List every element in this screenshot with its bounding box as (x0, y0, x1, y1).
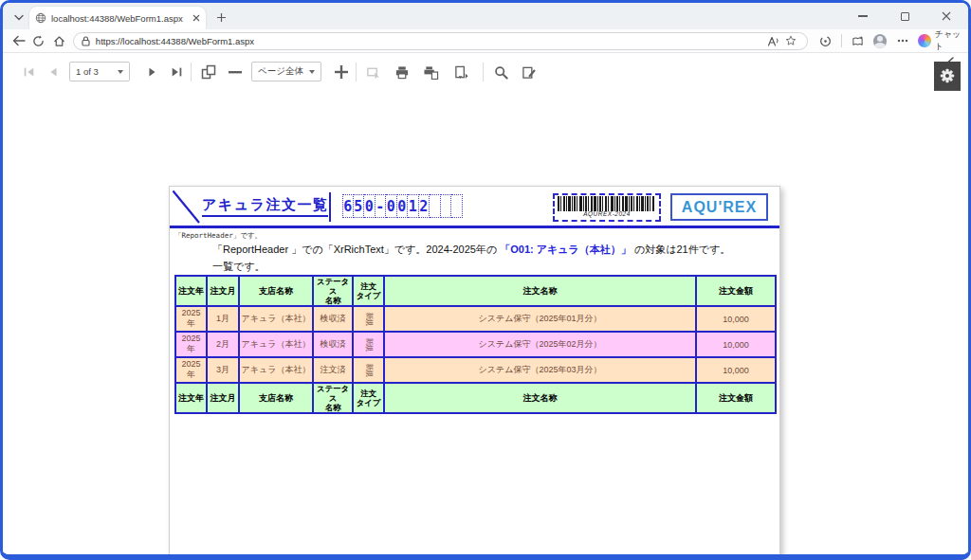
postal-char: 2 (419, 194, 431, 218)
back-icon[interactable] (9, 31, 28, 50)
list-note: 一覧です。 (212, 260, 266, 274)
globe-icon (35, 12, 46, 24)
postal-char: 0 (386, 194, 397, 218)
zoom-out-button[interactable] (225, 62, 246, 82)
diagonal-line-decoration (172, 190, 202, 225)
postal-char: 0 (364, 194, 376, 218)
parameters-gear-button[interactable] (934, 62, 961, 90)
header-order-name: 注文名称 (384, 383, 696, 413)
order-table: 注文年 注文月 支店名称 ステータス名称 注文タイプ 注文名称 注文金額 202… (174, 275, 777, 414)
cell-order-name: システム保守（2025年03月分） (384, 357, 696, 383)
highlight-editing-fields-button[interactable] (363, 62, 384, 82)
company-logo: AQU'REX (670, 193, 768, 221)
cell-order-type: 新規 (353, 306, 384, 332)
cell-order-amount: 10,000 (696, 306, 776, 332)
cell-order-month: 1月 (207, 306, 239, 332)
header-type-line2: タイプ (355, 398, 382, 407)
header-status-line1: ステータス (315, 277, 351, 296)
rich-text-highlight: 「O01: アキュラ（本社）」 (500, 244, 632, 255)
header-order-amount: 注文金額 (696, 276, 776, 306)
cell-order-month: 3月 (207, 357, 239, 383)
export-button[interactable] (449, 62, 477, 82)
rotated-type-text: 新規 (363, 313, 374, 326)
header-order-month: 注文月 (207, 276, 239, 306)
browser-tab[interactable]: localhost:44388/WebForm1.aspx (29, 7, 206, 29)
chevron-down-icon (118, 70, 123, 74)
maximize-button[interactable] (896, 8, 913, 25)
cell-branch-name: アキュラ（本社） (239, 306, 313, 332)
zoom-in-button[interactable] (331, 62, 352, 82)
new-tab-button[interactable] (213, 9, 229, 25)
header-branch-name: 支店名称 (239, 276, 313, 306)
browser-titlebar: localhost:44388/WebForm1.aspx (3, 3, 968, 29)
header-order-year: 注文年 (175, 276, 207, 306)
rich-text-pre: 「ReportHeader 」での「XrRichText」です。2024-202… (212, 244, 500, 255)
cell-status: 検収済 (313, 332, 353, 357)
header-type-line2: タイプ (355, 291, 382, 300)
report-header-note: 「ReportHeader」です。 (174, 231, 262, 241)
window-controls (854, 3, 962, 29)
browser-addressbar: https://localhost:44388/WebForm1.aspx (3, 29, 968, 53)
postal-char-empty (451, 194, 463, 218)
cell-order-type: 新規 (353, 332, 384, 357)
lock-icon (82, 36, 90, 46)
cell-branch-name: アキュラ（本社） (239, 357, 313, 383)
cell-status: 注文済 (313, 357, 353, 383)
cell-order-year: 2025年 (175, 357, 207, 383)
cell-order-amount: 10,000 (696, 357, 776, 383)
previous-page-button[interactable] (43, 62, 64, 82)
viewer-canvas: アキュラ注文一覧 6 5 0 - 0 0 1 2 (3, 91, 968, 554)
collections-icon[interactable] (848, 31, 868, 50)
header-order-amount: 注文金額 (696, 383, 776, 413)
zoom-level-dropdown[interactable]: ページ全体 (251, 62, 321, 81)
multipage-view-button[interactable] (198, 62, 219, 82)
url-text: https://localhost:44388/WebForm1.aspx (96, 36, 765, 46)
home-icon[interactable] (49, 31, 69, 50)
browser-essentials-icon[interactable] (815, 31, 835, 50)
url-bar[interactable]: https://localhost:44388/WebForm1.aspx (73, 32, 808, 50)
profile-avatar[interactable] (873, 34, 887, 48)
postal-code-field: 6 5 0 - 0 0 1 2 (342, 194, 463, 218)
first-page-button[interactable] (18, 62, 39, 82)
addressbar-right-icons: チャット (815, 28, 968, 53)
postal-char-empty (430, 194, 441, 218)
rich-text-line: 「ReportHeader 」での「XrRichText」です。2024-202… (212, 243, 730, 257)
table-footer-header-row: 注文年 注文月 支店名称 ステータス名称 注文タイプ 注文名称 注文金額 (175, 383, 776, 413)
refresh-icon[interactable] (28, 31, 48, 50)
search-button[interactable] (490, 62, 511, 82)
header-status-name: ステータス名称 (313, 276, 353, 306)
tab-close-icon[interactable] (192, 14, 200, 22)
edit-watermark-button[interactable] (519, 62, 540, 82)
header-rule (170, 226, 779, 228)
copilot-label: チャット (935, 28, 968, 53)
table-row: 2025年 1月 アキュラ（本社） 検収済 新規 システム保守（2025年01月… (175, 306, 776, 332)
cell-order-year: 2025年 (175, 306, 207, 332)
last-page-button[interactable] (166, 62, 187, 82)
more-icon[interactable] (892, 31, 912, 50)
print-page-button[interactable] (420, 62, 441, 82)
header-branch-name: 支店名称 (239, 383, 313, 413)
copilot-button[interactable]: チャット (918, 28, 968, 53)
favorite-star-icon[interactable] (782, 33, 799, 48)
logo-text: AQU'REX (682, 199, 757, 216)
page-indicator-dropdown[interactable]: 1 of 3 (69, 62, 130, 81)
report-viewer-toolbar: 1 of 3 ページ全体 (3, 53, 968, 91)
cell-branch-name: アキュラ（本社） (239, 332, 313, 357)
print-button[interactable] (392, 62, 412, 82)
tab-search-chevron-icon[interactable] (10, 9, 27, 26)
read-aloud-icon[interactable] (765, 33, 782, 48)
page-indicator-value: 1 of 3 (76, 66, 99, 77)
close-button[interactable] (938, 8, 955, 25)
header-status-line1: ステータス (315, 384, 351, 403)
next-page-button[interactable] (141, 62, 162, 82)
header-type-line1: 注文 (355, 281, 382, 291)
toolbar-separator (191, 63, 192, 81)
cell-order-year: 2025年 (175, 332, 207, 357)
rich-text-post: の対象は21件です。 (632, 244, 730, 255)
minimize-button[interactable] (854, 8, 871, 25)
cell-order-month: 2月 (207, 332, 239, 357)
header-order-type: 注文タイプ (353, 383, 384, 413)
postal-char: 6 (342, 194, 354, 218)
divider (841, 34, 842, 47)
copilot-icon (918, 34, 930, 47)
